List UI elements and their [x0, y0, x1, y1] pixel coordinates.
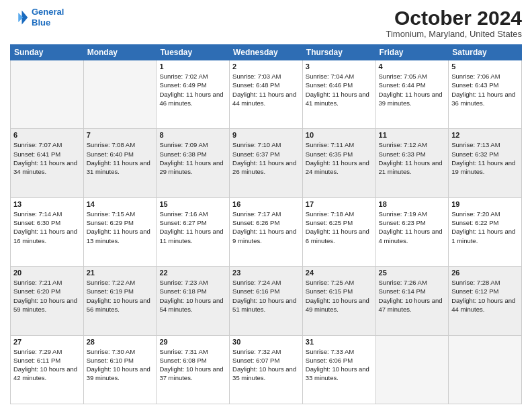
- day-info: Sunrise: 7:33 AMSunset: 6:06 PMDaylight:…: [306, 347, 373, 383]
- weekday-header: Thursday: [302, 45, 375, 60]
- daylight-text: Daylight: 11 hours and 44 minutes.: [232, 90, 300, 108]
- sunrise-text: Sunrise: 7:20 AM: [451, 210, 519, 218]
- calendar-cell: 6Sunrise: 7:07 AMSunset: 6:41 PMDaylight…: [11, 129, 84, 197]
- sunset-text: Sunset: 6:12 PM: [451, 287, 519, 295]
- sunrise-text: Sunrise: 7:31 AM: [159, 347, 226, 356]
- calendar-cell: [83, 60, 157, 129]
- calendar-cell: 14Sunrise: 7:15 AMSunset: 6:29 PMDayligh…: [83, 197, 157, 266]
- sunrise-text: Sunrise: 7:04 AM: [306, 72, 373, 81]
- daylight-text: Daylight: 11 hours and 1 minute.: [451, 227, 519, 245]
- weekday-header: Sunday: [11, 45, 84, 60]
- day-number: 27: [13, 338, 81, 346]
- sunrise-text: Sunrise: 7:12 AM: [379, 140, 446, 149]
- calendar-cell: 15Sunrise: 7:16 AMSunset: 6:27 PMDayligh…: [157, 197, 230, 266]
- calendar-cell: 20Sunrise: 7:21 AMSunset: 6:20 PMDayligh…: [11, 267, 84, 335]
- daylight-text: Daylight: 10 hours and 42 minutes.: [13, 365, 81, 383]
- sunrise-text: Sunrise: 7:06 AM: [451, 72, 519, 81]
- calendar-week-row: 6Sunrise: 7:07 AMSunset: 6:41 PMDaylight…: [11, 129, 522, 197]
- day-info: Sunrise: 7:32 AMSunset: 6:07 PMDaylight:…: [232, 347, 300, 383]
- calendar-cell: 9Sunrise: 7:10 AMSunset: 6:37 PMDaylight…: [230, 129, 303, 197]
- day-number: 17: [306, 200, 373, 208]
- sunset-text: Sunset: 6:15 PM: [306, 287, 373, 295]
- calendar-cell: 1Sunrise: 7:02 AMSunset: 6:49 PMDaylight…: [157, 60, 230, 129]
- day-number: 25: [379, 269, 446, 277]
- calendar-cell: 21Sunrise: 7:22 AMSunset: 6:19 PMDayligh…: [83, 267, 157, 335]
- daylight-text: Daylight: 10 hours and 33 minutes.: [306, 365, 373, 383]
- month-title: October 2024: [386, 7, 522, 29]
- calendar-week-row: 27Sunrise: 7:29 AMSunset: 6:11 PMDayligh…: [11, 335, 522, 404]
- daylight-text: Daylight: 11 hours and 31 minutes.: [87, 158, 154, 177]
- weekday-header: Tuesday: [157, 45, 230, 60]
- day-number: 21: [87, 269, 154, 277]
- day-info: Sunrise: 7:28 AMSunset: 6:12 PMDaylight:…: [451, 278, 519, 314]
- sunrise-text: Sunrise: 7:22 AM: [87, 278, 154, 287]
- day-info: Sunrise: 7:31 AMSunset: 6:08 PMDaylight:…: [159, 347, 226, 383]
- daylight-text: Daylight: 10 hours and 56 minutes.: [87, 296, 154, 314]
- calendar-cell: [11, 60, 84, 129]
- daylight-text: Daylight: 11 hours and 4 minutes.: [379, 227, 446, 245]
- sunset-text: Sunset: 6:25 PM: [306, 218, 373, 227]
- sunset-text: Sunset: 6:46 PM: [306, 81, 373, 89]
- daylight-text: Daylight: 10 hours and 51 minutes.: [232, 296, 300, 314]
- calendar-week-row: 1Sunrise: 7:02 AMSunset: 6:49 PMDaylight…: [11, 60, 522, 129]
- calendar-cell: 23Sunrise: 7:24 AMSunset: 6:16 PMDayligh…: [230, 267, 303, 335]
- day-number: 29: [159, 338, 226, 346]
- sunrise-text: Sunrise: 7:11 AM: [306, 140, 373, 149]
- day-info: Sunrise: 7:12 AMSunset: 6:33 PMDaylight:…: [379, 140, 446, 176]
- day-info: Sunrise: 7:26 AMSunset: 6:14 PMDaylight:…: [379, 278, 446, 314]
- weekday-header: Wednesday: [230, 45, 303, 60]
- sunset-text: Sunset: 6:33 PM: [379, 150, 446, 158]
- day-info: Sunrise: 7:24 AMSunset: 6:16 PMDaylight:…: [232, 278, 300, 314]
- calendar-cell: 29Sunrise: 7:31 AMSunset: 6:08 PMDayligh…: [157, 335, 230, 404]
- sunset-text: Sunset: 6:08 PM: [159, 356, 226, 365]
- sunrise-text: Sunrise: 7:03 AM: [232, 72, 300, 81]
- day-number: 11: [379, 131, 446, 139]
- weekday-header: Saturday: [449, 45, 522, 60]
- daylight-text: Daylight: 11 hours and 19 minutes.: [451, 158, 519, 177]
- day-info: Sunrise: 7:30 AMSunset: 6:10 PMDaylight:…: [87, 347, 154, 383]
- calendar-cell: 28Sunrise: 7:30 AMSunset: 6:10 PMDayligh…: [83, 335, 157, 404]
- sunrise-text: Sunrise: 7:18 AM: [306, 210, 373, 218]
- sunset-text: Sunset: 6:37 PM: [232, 150, 300, 158]
- daylight-text: Daylight: 11 hours and 46 minutes.: [159, 90, 226, 108]
- day-info: Sunrise: 7:14 AMSunset: 6:30 PMDaylight:…: [13, 210, 81, 245]
- daylight-text: Daylight: 11 hours and 9 minutes.: [232, 227, 300, 245]
- day-number: 7: [87, 131, 154, 139]
- calendar-cell: 3Sunrise: 7:04 AMSunset: 6:46 PMDaylight…: [302, 60, 375, 129]
- sunrise-text: Sunrise: 7:08 AM: [87, 140, 154, 149]
- weekday-header-row: SundayMondayTuesdayWednesdayThursdayFrid…: [11, 45, 522, 60]
- day-number: 6: [13, 131, 81, 139]
- day-number: 26: [451, 269, 519, 277]
- daylight-text: Daylight: 11 hours and 13 minutes.: [87, 227, 154, 245]
- sunset-text: Sunset: 6:07 PM: [232, 356, 300, 365]
- sunrise-text: Sunrise: 7:29 AM: [13, 347, 81, 356]
- daylight-text: Daylight: 10 hours and 59 minutes.: [13, 296, 81, 314]
- logo-line1: General: [32, 7, 64, 17]
- day-info: Sunrise: 7:16 AMSunset: 6:27 PMDaylight:…: [159, 210, 226, 245]
- day-info: Sunrise: 7:17 AMSunset: 6:26 PMDaylight:…: [232, 210, 300, 245]
- calendar-cell: 11Sunrise: 7:12 AMSunset: 6:33 PMDayligh…: [375, 129, 449, 197]
- sunset-text: Sunset: 6:35 PM: [306, 150, 373, 158]
- weekday-header: Monday: [83, 45, 157, 60]
- calendar-cell: 12Sunrise: 7:13 AMSunset: 6:32 PMDayligh…: [449, 129, 522, 197]
- day-number: 19: [451, 200, 519, 208]
- sunset-text: Sunset: 6:11 PM: [13, 356, 81, 365]
- daylight-text: Daylight: 11 hours and 29 minutes.: [159, 158, 226, 177]
- calendar-week-row: 20Sunrise: 7:21 AMSunset: 6:20 PMDayligh…: [11, 267, 522, 335]
- sunset-text: Sunset: 6:16 PM: [232, 287, 300, 295]
- sunrise-text: Sunrise: 7:10 AM: [232, 140, 300, 149]
- sunset-text: Sunset: 6:44 PM: [379, 81, 446, 89]
- day-info: Sunrise: 7:20 AMSunset: 6:22 PMDaylight:…: [451, 210, 519, 245]
- day-number: 1: [159, 62, 226, 71]
- sunrise-text: Sunrise: 7:19 AM: [379, 210, 446, 218]
- sunrise-text: Sunrise: 7:02 AM: [159, 72, 226, 81]
- day-info: Sunrise: 7:19 AMSunset: 6:23 PMDaylight:…: [379, 210, 446, 245]
- daylight-text: Daylight: 10 hours and 39 minutes.: [87, 365, 154, 383]
- calendar-cell: 18Sunrise: 7:19 AMSunset: 6:23 PMDayligh…: [375, 197, 449, 266]
- calendar-cell: 30Sunrise: 7:32 AMSunset: 6:07 PMDayligh…: [230, 335, 303, 404]
- calendar-week-row: 13Sunrise: 7:14 AMSunset: 6:30 PMDayligh…: [11, 197, 522, 266]
- day-number: 2: [232, 62, 300, 71]
- calendar-cell: 19Sunrise: 7:20 AMSunset: 6:22 PMDayligh…: [449, 197, 522, 266]
- sunrise-text: Sunrise: 7:09 AM: [159, 140, 226, 149]
- daylight-text: Daylight: 11 hours and 34 minutes.: [13, 158, 81, 177]
